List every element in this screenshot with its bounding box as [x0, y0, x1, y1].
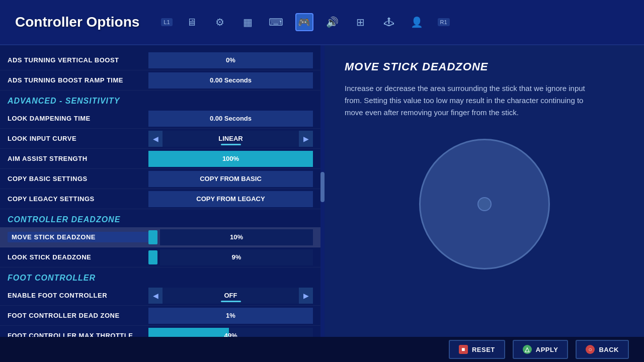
aim-assist-label: AIM ASSIST STRENGTH — [8, 155, 148, 162]
look-stick-deadzone-row: LOOK STICK DEADZONE 9% — [0, 247, 325, 267]
deadzone-dot — [477, 197, 492, 211]
settings-icon[interactable]: ⚙ — [211, 13, 229, 31]
l1-badge: L1 — [161, 18, 172, 26]
look-curve-left-arrow[interactable]: ◀ — [148, 131, 163, 147]
look-stick-deadzone-label: LOOK STICK DEADZONE — [8, 253, 148, 261]
look-stick-bar-indicator — [148, 250, 157, 264]
bottom-bar: ■ RESET △ APPLY ○ BACK — [0, 337, 644, 362]
look-dampening-row: LOOK DAMPENING TIME 0.00 Seconds — [0, 109, 325, 129]
nav-icons: L1 🖥 ⚙ ▦ ⌨ 🎮 🔊 ⊞ 🕹 👤 R1 — [159, 13, 449, 31]
speaker-icon[interactable]: 🔊 — [324, 13, 342, 31]
enable-foot-row: ENABLE FOOT CONTROLLER ◀ OFF ▶ — [0, 286, 325, 306]
move-stick-deadzone-value[interactable]: 10% — [160, 229, 313, 245]
look-curve-right-arrow[interactable]: ▶ — [299, 131, 313, 147]
look-dampening-value[interactable]: 0.00 Seconds — [148, 111, 313, 127]
monitor-icon[interactable]: 🖥 — [183, 13, 201, 31]
enable-foot-value: OFF — [163, 288, 299, 304]
ads-vertical-boost-label: ADS TURNING VERTICAL BOOST — [8, 56, 148, 64]
left-panel: ADS TURNING VERTICAL BOOST 0% ADS TURNIN… — [0, 45, 325, 362]
info-description: Increase or decrease the area surroundin… — [345, 82, 596, 119]
move-stick-deadzone-row: MOVE STICK DEADZONE 10% — [0, 227, 325, 247]
copy-legacy-label: COPY LEGACY SETTINGS — [8, 195, 148, 203]
ads-ramp-time-row: ADS TURNING BOOST RAMP TIME 0.00 Seconds — [0, 70, 325, 90]
look-input-curve-value: LINEAR — [163, 131, 299, 147]
reset-icon: ■ — [459, 345, 468, 354]
copy-legacy-row: COPY LEGACY SETTINGS COPY FROM LEGACY — [0, 189, 325, 209]
look-input-curve-row: LOOK INPUT CURVE ◀ LINEAR ▶ — [0, 129, 325, 149]
deadzone-circle — [419, 139, 550, 269]
network-icon[interactable]: ⊞ — [352, 13, 370, 31]
profile-icon[interactable]: 👤 — [408, 13, 426, 31]
controller-deadzone-header: CONTROLLER DEADZONE — [0, 209, 325, 227]
info-title: MOVE STICK DEADZONE — [345, 60, 488, 73]
ads-ramp-time-label: ADS TURNING BOOST RAMP TIME — [8, 76, 148, 84]
right-panel: MOVE STICK DEADZONE Increase or decrease… — [325, 45, 644, 362]
ads-vertical-boost-row: ADS TURNING VERTICAL BOOST 0% — [0, 50, 325, 70]
foot-dead-zone-row: FOOT CONTROLLER DEAD ZONE 1% — [0, 306, 325, 326]
page-title: Controller Options — [15, 14, 139, 30]
copy-basic-row: COPY BASIC SETTINGS COPY FROM BASIC — [0, 169, 325, 189]
foot-dead-zone-label: FOOT CONTROLLER DEAD ZONE — [8, 312, 148, 319]
advanced-sensitivity-header: ADVANCED - SENSITIVITY — [0, 90, 325, 109]
gamepad-icon[interactable]: 🕹 — [380, 13, 398, 31]
copy-basic-label: COPY BASIC SETTINGS — [8, 175, 148, 183]
main-content: ADS TURNING VERTICAL BOOST 0% ADS TURNIN… — [0, 45, 644, 362]
keyboard-icon[interactable]: ⌨ — [267, 13, 285, 31]
ads-vertical-boost-value[interactable]: 0% — [148, 52, 313, 68]
display-icon[interactable]: ▦ — [239, 13, 257, 31]
move-stick-deadzone-label: MOVE STICK DEADZONE — [8, 232, 148, 242]
copy-basic-value[interactable]: COPY FROM BASIC — [148, 171, 313, 187]
foot-controller-header: FOOT CONTROLLER — [0, 267, 325, 286]
ads-ramp-time-value[interactable]: 0.00 Seconds — [148, 72, 313, 88]
foot-right-arrow[interactable]: ▶ — [299, 288, 313, 304]
look-input-curve-label: LOOK INPUT CURVE — [8, 135, 148, 142]
copy-legacy-value[interactable]: COPY FROM LEGACY — [148, 191, 313, 207]
aim-assist-row: AIM ASSIST STRENGTH 100% — [0, 149, 325, 169]
move-stick-bar-indicator — [148, 230, 157, 244]
foot-left-arrow[interactable]: ◀ — [148, 288, 163, 304]
aim-assist-value[interactable]: 100% — [148, 151, 313, 167]
scroll-thumb[interactable] — [320, 172, 325, 202]
apply-button[interactable]: △ APPLY — [513, 340, 569, 359]
scrollbar[interactable] — [320, 45, 325, 362]
apply-icon: △ — [523, 345, 532, 354]
controller-active-icon[interactable]: 🎮 — [295, 13, 313, 31]
look-dampening-label: LOOK DAMPENING TIME — [8, 115, 148, 122]
look-stick-deadzone-value[interactable]: 9% — [160, 249, 313, 265]
back-button[interactable]: ○ BACK — [576, 340, 629, 359]
r1-badge: R1 — [438, 18, 450, 26]
enable-foot-label: ENABLE FOOT CONTROLLER — [8, 292, 148, 299]
reset-button[interactable]: ■ RESET — [449, 340, 505, 359]
foot-dead-zone-value[interactable]: 1% — [148, 308, 313, 324]
back-icon: ○ — [586, 345, 595, 354]
top-bar: Controller Options L1 🖥 ⚙ ▦ ⌨ 🎮 🔊 ⊞ 🕹 👤 … — [0, 0, 644, 45]
